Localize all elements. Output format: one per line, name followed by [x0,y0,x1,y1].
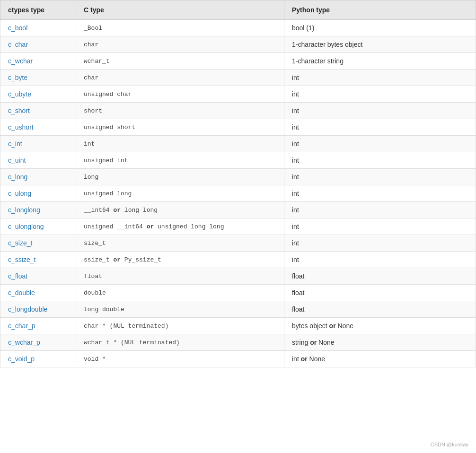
table-row: c_shortshortint [0,103,476,119]
cell-ctypes: c_size_t [0,235,76,252]
cell-ctypes: c_longlong [0,202,76,218]
header-ctypes-type: ctypes type [0,0,76,20]
cell-python: 1-character string [284,53,476,70]
cell-ctypes: c_int [0,136,76,152]
cell-ctypes: c_long [0,169,76,185]
cell-ctypes: c_byte [0,70,76,86]
cell-python: bytes object or None [284,318,476,334]
cell-python: int [284,152,476,169]
cell-python: int [284,185,476,202]
cell-ctype: char [76,70,284,86]
table-row: c_ulongunsigned longint [0,185,476,202]
table-row: c_floatfloatfloat [0,268,476,285]
table-row: c_size_tsize_tint [0,235,476,252]
table-row: c_ubyteunsigned charint [0,86,476,103]
cell-ctype: float [76,268,284,285]
table-row: c_intintint [0,136,476,152]
table-container: ctypes type C type Python type c_bool_Bo… [0,0,476,453]
cell-ctype: int [76,136,284,152]
cell-python: string or None [284,334,476,351]
cell-python: int [284,119,476,136]
cell-ctypes: c_bool [0,20,76,36]
cell-python: int [284,169,476,185]
cell-ctype: unsigned short [76,119,284,136]
ctypes-table: ctypes type C type Python type c_bool_Bo… [0,0,476,367]
cell-ctypes: c_ulonglong [0,218,76,235]
cell-ctype: unsigned int [76,152,284,169]
header-c-type: C type [76,0,284,20]
cell-ctype: ssize_t or Py_ssize_t [76,252,284,268]
table-row: c_bool_Boolbool (1) [0,20,476,36]
cell-ctype: wchar_t [76,53,284,70]
header-python-type: Python type [284,0,476,20]
cell-python: int [284,218,476,235]
cell-ctype: long double [76,301,284,318]
cell-python: int or None [284,351,476,367]
cell-ctype: _Bool [76,20,284,36]
table-row: c_doubledoublefloat [0,285,476,301]
cell-ctypes: c_ushort [0,119,76,136]
cell-python: bool (1) [284,20,476,36]
cell-ctype: long [76,169,284,185]
table-row: c_longdoublelong doublefloat [0,301,476,318]
cell-python: int [284,136,476,152]
table-row: c_ushortunsigned shortint [0,119,476,136]
cell-ctypes: c_ubyte [0,86,76,103]
cell-python: float [284,301,476,318]
cell-ctype: wchar_t * (NUL terminated) [76,334,284,351]
table-row: c_longlong__int64 or long longint [0,202,476,218]
cell-python: int [284,252,476,268]
cell-python: int [284,86,476,103]
cell-ctype: double [76,285,284,301]
table-header-row: ctypes type C type Python type [0,0,476,20]
cell-ctype: char [76,36,284,53]
table-row: c_wcharwchar_t1-character string [0,53,476,70]
cell-ctypes: c_char [0,36,76,53]
cell-ctype: void * [76,351,284,367]
cell-python: int [284,235,476,252]
cell-python: float [284,285,476,301]
cell-ctypes: c_char_p [0,318,76,334]
cell-ctype: short [76,103,284,119]
cell-ctypes: c_float [0,268,76,285]
cell-python: int [284,202,476,218]
table-row: c_ulonglongunsigned __int64 or unsigned … [0,218,476,235]
table-row: c_wchar_pwchar_t * (NUL terminated)strin… [0,334,476,351]
table-row: c_void_pvoid *int or None [0,351,476,367]
cell-python: int [284,70,476,86]
cell-ctypes: c_short [0,103,76,119]
cell-python: float [284,268,476,285]
cell-ctypes: c_wchar [0,53,76,70]
cell-ctypes: c_longdouble [0,301,76,318]
table-row: c_uintunsigned intint [0,152,476,169]
cell-ctypes: c_wchar_p [0,334,76,351]
table-row: c_char_pchar * (NUL terminated)bytes obj… [0,318,476,334]
table-row: c_longlongint [0,169,476,185]
table-row: c_charchar1-character bytes object [0,36,476,53]
cell-ctype: unsigned __int64 or unsigned long long [76,218,284,235]
cell-ctypes: c_void_p [0,351,76,367]
cell-ctypes: c_uint [0,152,76,169]
table-row: c_ssize_tssize_t or Py_ssize_tint [0,252,476,268]
cell-ctype: size_t [76,235,284,252]
table-row: c_bytecharint [0,70,476,86]
cell-python: int [284,103,476,119]
cell-ctypes: c_double [0,285,76,301]
cell-python: 1-character bytes object [284,36,476,53]
cell-ctype: unsigned long [76,185,284,202]
watermark: CSDN @kuokay [431,442,468,447]
cell-ctypes: c_ulong [0,185,76,202]
cell-ctype: __int64 or long long [76,202,284,218]
cell-ctype: char * (NUL terminated) [76,318,284,334]
cell-ctype: unsigned char [76,86,284,103]
cell-ctypes: c_ssize_t [0,252,76,268]
